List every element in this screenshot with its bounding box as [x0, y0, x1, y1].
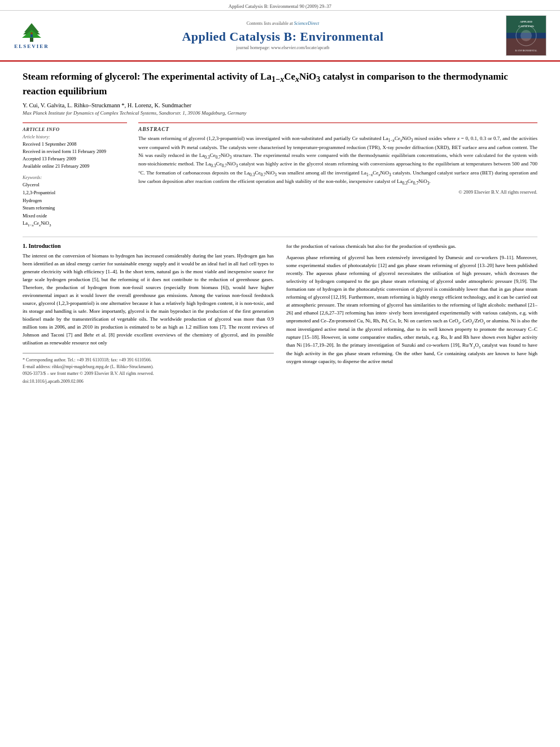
copyright-line: © 2009 Elsevier B.V. All rights reserved… — [138, 189, 537, 195]
elsevier-logo-area: ELSEVIER — [9, 15, 60, 56]
svg-text:APPLIED: APPLIED — [520, 20, 532, 23]
keyword-propantriol: 1,2,3-Propantriol — [23, 189, 127, 197]
elsevier-wordmark: ELSEVIER — [14, 43, 49, 49]
abstract-col: ABSTRACT The steam reforming of glycerol… — [138, 123, 537, 229]
svg-point-4 — [30, 32, 33, 34]
cover-svg: APPLIED CATALYSIS B: ENVIRONMENTAL — [506, 16, 546, 55]
journal-cover: APPLIED CATALYSIS B: ENVIRONMENTAL — [506, 15, 546, 56]
body-col-right: for the production of various chemicals … — [286, 243, 537, 383]
svg-text:CATALYSIS: CATALYSIS — [518, 25, 534, 28]
svg-rect-0 — [30, 38, 33, 42]
svg-text:B: ENVIRONMENTAL: B: ENVIRONMENTAL — [515, 49, 537, 52]
sciencedirect-link[interactable]: ScienceDirect — [294, 21, 320, 26]
contents-text: Contents lists available at — [247, 21, 293, 26]
right-para-2: Aqueous phase reforming of glycerol has … — [286, 254, 537, 365]
section-divider — [23, 237, 537, 237]
article-title: Steam reforming of glycerol: The experim… — [23, 71, 537, 98]
article-info-col: Article Info Article history: Received 1… — [23, 123, 127, 229]
revised-date: Received in revised form 11 February 200… — [23, 148, 127, 155]
accepted-date: Accepted 13 February 2009 — [23, 155, 127, 163]
abstract-text: The steam reforming of glycerol (1,2,3-p… — [138, 135, 537, 186]
article-content: Steam reforming of glycerol: The experim… — [0, 62, 560, 393]
journal-cover-area: APPLIED CATALYSIS B: ENVIRONMENTAL — [506, 15, 551, 56]
keyword-hydrogen: Hydrogen — [23, 197, 127, 205]
article-authors: Y. Cui, V. Galvita, L. Rihko–Struckmann … — [23, 102, 537, 108]
article-info-abstract: Article Info Article history: Received 1… — [23, 123, 537, 229]
intro-para-1: The interest on the conversion of biomas… — [23, 252, 274, 347]
keyword-glycerol: Glycerol — [23, 181, 127, 189]
homepage-line: journal homepage: www.elsevier.com/locat… — [236, 45, 329, 50]
article-info-label: Article Info — [23, 126, 127, 132]
keywords-block: Keywords: Glycerol 1,2,3-Propantriol Hyd… — [23, 175, 127, 229]
journal-title: Applied Catalysis B: Environmental — [182, 29, 383, 44]
page-container: Applied Catalysis B: Environmental 90 (2… — [0, 0, 560, 393]
homepage-text: journal homepage: www.elsevier.com/locat… — [236, 45, 329, 50]
article-affiliation: Max Planck Institute for Dynamics of Com… — [23, 110, 537, 116]
journal-citation: Applied Catalysis B: Environmental 90 (2… — [229, 3, 331, 9]
received-date: Received 1 September 2008 — [23, 141, 127, 148]
journal-header: ELSEVIER Contents lists available at Sci… — [0, 11, 560, 62]
available-date: Available online 21 February 2009 — [23, 163, 127, 170]
body-text: 1. Introduction The interest on the conv… — [23, 243, 537, 383]
svg-point-10 — [520, 30, 532, 41]
keyword-steam-reforming: Steam reforming — [23, 204, 127, 212]
intro-heading: 1. Introduction — [23, 243, 274, 249]
footnote-corresponding: * Corresponding author. Tel.: +49 391 61… — [23, 357, 274, 364]
issn-line: 0926-3373/$ – see front matter © 2009 El… — [23, 370, 274, 377]
right-para-1: for the production of various chemicals … — [286, 243, 537, 251]
journal-title-area: Contents lists available at ScienceDirec… — [65, 15, 500, 56]
elsevier-logo: ELSEVIER — [9, 20, 54, 51]
history-label: Article history: — [23, 134, 127, 139]
footnote-email: E-mail address: rihko@mpi-magdeburg.mpg.… — [23, 364, 274, 370]
article-history: Article history: Received 1 September 20… — [23, 134, 127, 169]
journal-top-bar: Applied Catalysis B: Environmental 90 (2… — [0, 0, 560, 11]
body-col-left: 1. Introduction The interest on the conv… — [23, 243, 274, 383]
abstract-label: ABSTRACT — [138, 126, 537, 132]
sciencedirect-line: Contents lists available at ScienceDirec… — [247, 21, 320, 26]
svg-rect-5 — [30, 34, 33, 37]
keyword-formula: La1−xCexNiO3 — [23, 220, 127, 229]
elsevier-tree-icon — [18, 22, 46, 42]
doi-line: doi:10.1016/j.apcatb.2009.02.006 — [23, 379, 274, 384]
footnote-area: * Corresponding author. Tel.: +49 391 61… — [23, 353, 274, 384]
keywords-label: Keywords: — [23, 175, 127, 180]
keyword-mixed-oxide: Mixed oxide — [23, 212, 127, 220]
